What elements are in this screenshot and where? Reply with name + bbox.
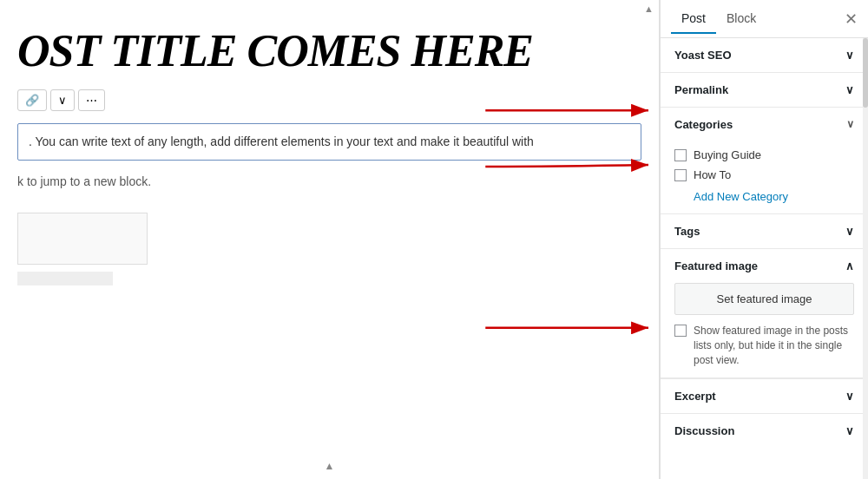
chevron-button[interactable]: ∨ xyxy=(50,89,75,111)
tab-post[interactable]: Post xyxy=(671,4,716,34)
category-buying-guide[interactable]: Buying Guide xyxy=(674,145,854,165)
permalink-label: Permalink xyxy=(674,83,728,96)
excerpt-label: Excerpt xyxy=(674,390,716,403)
featured-image-checkbox-label: Show featured image in the posts lists o… xyxy=(694,324,854,367)
chevron-down-icon: ∨ xyxy=(58,94,67,107)
how-to-checkbox[interactable] xyxy=(674,169,687,181)
lower-block xyxy=(17,213,641,285)
content-text: . You can write text of any length, add … xyxy=(29,135,534,148)
how-to-label: How To xyxy=(694,168,731,181)
excerpt-section[interactable]: Excerpt ∨ xyxy=(661,378,868,414)
yoast-seo-label: Yoast SEO xyxy=(674,49,732,62)
tab-block[interactable]: Block xyxy=(716,4,766,34)
sidebar-content: Yoast SEO ∨ Permalink ∨ Categories ∧ Buy… xyxy=(661,38,868,479)
tags-chevron-icon: ∨ xyxy=(845,225,854,238)
discussion-chevron-icon: ∨ xyxy=(845,424,854,437)
link-button[interactable]: 🔗 xyxy=(17,89,47,111)
editor-area: ▲ OST TITLE COMES HERE 🔗 ∨ ⋯ . You can w… xyxy=(0,0,660,479)
featured-image-chevron-icon: ∧ xyxy=(845,259,854,272)
categories-body: Buying Guide How To Add New Category xyxy=(661,141,868,213)
scroll-down-indicator: ▲ xyxy=(325,460,335,472)
discussion-section[interactable]: Discussion ∨ xyxy=(661,414,868,448)
link-icon: 🔗 xyxy=(25,94,39,107)
featured-image-section: Featured image ∧ Set featured image Show… xyxy=(661,249,868,378)
set-featured-image-button[interactable]: Set featured image xyxy=(674,283,854,315)
buying-guide-label: Buying Guide xyxy=(694,148,761,161)
featured-image-header[interactable]: Featured image ∧ xyxy=(661,249,868,283)
sidebar-scrollbar[interactable] xyxy=(863,38,868,479)
featured-image-hide-checkbox[interactable] xyxy=(674,325,687,337)
content-hint: k to jump to a new block. xyxy=(0,167,659,195)
lower-block-inner xyxy=(17,213,148,265)
permalink-section[interactable]: Permalink ∨ xyxy=(661,73,868,108)
featured-image-body: Set featured image Show featured image i… xyxy=(661,283,868,377)
categories-section: Categories ∧ Buying Guide How To Add New… xyxy=(661,108,868,214)
more-options-button[interactable]: ⋯ xyxy=(78,89,105,111)
yoast-chevron-icon: ∨ xyxy=(845,49,854,62)
categories-header[interactable]: Categories ∧ xyxy=(661,108,868,141)
scroll-up-indicator: ▲ xyxy=(644,3,654,14)
post-title[interactable]: OST TITLE COMES HERE xyxy=(0,17,659,84)
close-button[interactable]: ✕ xyxy=(845,11,858,27)
content-block[interactable]: . You can write text of any length, add … xyxy=(17,123,641,161)
tags-label: Tags xyxy=(674,225,700,238)
buying-guide-checkbox[interactable] xyxy=(674,149,687,161)
discussion-label: Discussion xyxy=(674,424,734,437)
permalink-chevron-icon: ∨ xyxy=(845,83,854,96)
add-new-category-link[interactable]: Add New Category xyxy=(674,190,854,203)
categories-label: Categories xyxy=(674,118,733,131)
featured-image-label: Featured image xyxy=(674,259,758,272)
sidebar-tabs: Post Block ✕ xyxy=(661,0,868,38)
more-icon: ⋯ xyxy=(86,94,97,107)
sidebar: Post Block ✕ Yoast SEO ∨ Permalink ∨ Cat… xyxy=(660,0,868,479)
category-how-to[interactable]: How To xyxy=(674,165,854,185)
lower-block-bar xyxy=(17,272,113,285)
categories-chevron-icon: ∧ xyxy=(846,119,854,131)
tags-section[interactable]: Tags ∨ xyxy=(661,214,868,249)
featured-image-checkbox-row: Show featured image in the posts lists o… xyxy=(674,324,854,367)
excerpt-chevron-icon: ∨ xyxy=(845,390,854,403)
block-toolbar: 🔗 ∨ ⋯ xyxy=(0,84,659,116)
yoast-seo-section[interactable]: Yoast SEO ∨ xyxy=(661,38,868,73)
sidebar-scrollbar-thumb xyxy=(863,38,868,108)
